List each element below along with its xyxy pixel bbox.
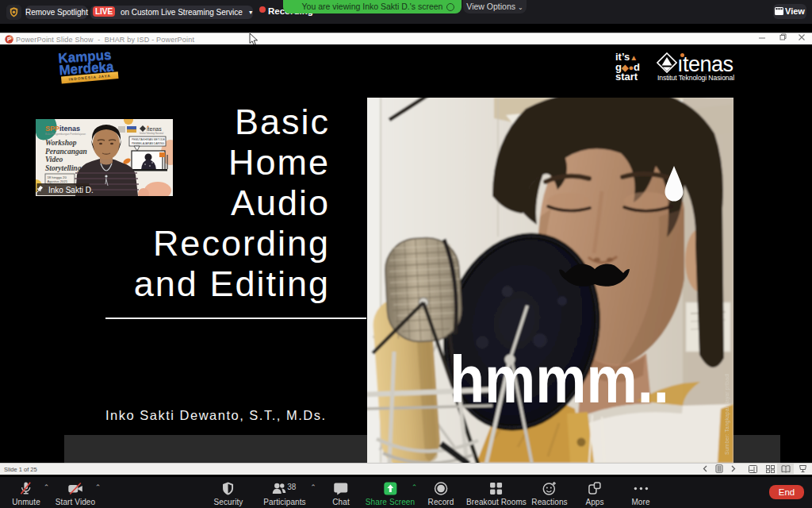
svg-text:Perancangan: Perancangan (45, 148, 87, 156)
svg-text:hmmm..: hmmm.. (450, 342, 669, 417)
svg-text:Agustus 2021: Agustus 2021 (48, 179, 68, 183)
svg-text:Inko Sakti D.: Inko Sakti D. (48, 186, 94, 194)
svg-text:Balai Pengembangan Pembelajara: Balai Pengembangan Pembelajaran (45, 133, 86, 136)
svg-text:38: 38 (287, 483, 297, 491)
svg-text:PEMBELAJARAN DARING: PEMBELAJARAN DARING (132, 142, 165, 145)
svg-text:Video: Video (45, 156, 63, 164)
svg-text:Institut Teknologi Nasional: Institut Teknologi Nasional (140, 132, 164, 135)
svg-text:PEMUTAKHIRAN METODE: PEMUTAKHIRAN METODE (132, 138, 166, 141)
svg-text:Sumber: Tangkapan layar pribad: Sumber: Tangkapan layar pribadi (724, 373, 730, 455)
svg-text:P: P (7, 36, 11, 43)
svg-text:itenas: itenas (147, 126, 162, 132)
svg-text:SPPitenas: SPPitenas (45, 125, 80, 133)
svg-text:Storytelling: Storytelling (45, 164, 82, 172)
svg-text:Workshop: Workshop (45, 139, 77, 147)
